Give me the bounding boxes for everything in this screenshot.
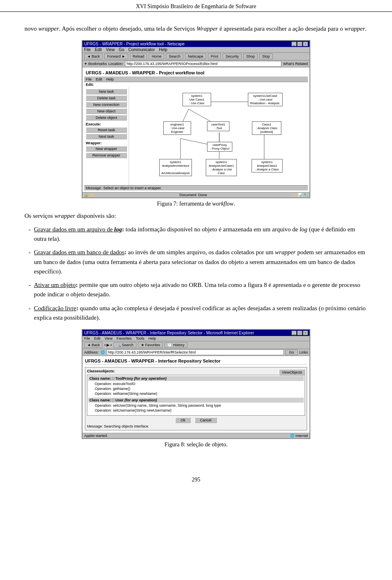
back-btn[interactable]: ◄ Back — [84, 54, 102, 59]
delete-object-btn[interactable]: Delete object — [86, 115, 127, 121]
menu2-help[interactable]: Help — [148, 336, 156, 340]
colon2: : — [125, 249, 127, 255]
app-menu-edit[interactable]: Edit — [96, 77, 102, 81]
netscape-btn[interactable]: Netscape — [185, 54, 206, 59]
remove-wrapper-btn[interactable]: Remove wrapper — [86, 152, 127, 158]
print-btn[interactable]: Print — [208, 54, 221, 59]
uml-node-class1: Class1 : Analysis Class [outlined] — [252, 121, 281, 135]
page-footer: 295 — [0, 477, 392, 487]
favorites-btn-fig8[interactable]: ★ Favorites — [138, 342, 163, 348]
browser-location-bar: ✦ Bookmarks Location: http://200.176.43.… — [82, 60, 310, 67]
go-btn-fig8[interactable]: Go — [285, 349, 298, 355]
new-connection-btn[interactable]: New connection — [86, 102, 127, 107]
maximize-btn[interactable]: □ — [297, 42, 302, 46]
class1-name: Class name: □ — [89, 376, 115, 381]
search-btn-fig8[interactable]: 🔍 Search — [114, 342, 136, 348]
whats-related[interactable]: What's Related — [283, 62, 308, 66]
security-btn[interactable]: Security — [223, 54, 242, 59]
address-input-fig8[interactable]: http://200.176.43.195/WRAPPER/InterfRSel… — [107, 349, 284, 355]
history-btn-fig8[interactable]: 🕐 History — [165, 342, 187, 348]
menu2-file[interactable]: File — [84, 336, 90, 340]
app-menubar-fig7: File Edit Help — [84, 77, 308, 82]
menu-edit[interactable]: Edit — [95, 47, 102, 52]
menu2-favorites[interactable]: Favorites — [116, 336, 131, 340]
gravar-banco-underline: Gravar dados em um banco de dados — [34, 249, 125, 255]
browser-menubar-fig8: File Edit View Favorites Tools Help — [82, 336, 310, 341]
menu2-view[interactable]: View — [105, 336, 112, 340]
class1-val: ToolProxy — [115, 376, 133, 381]
next-task-btn[interactable]: Next task — [86, 134, 127, 139]
figure7-container: UFRGS - WRAPPER - Project workflow tool … — [24, 40, 368, 207]
shop-btn[interactable]: Shop — [243, 54, 258, 59]
classes-label: Classesobjects: — [87, 369, 305, 373]
execute-label: Execute: — [86, 122, 127, 126]
minimize-btn-fig8[interactable]: _ — [292, 331, 296, 335]
status-text: Document: Done — [179, 193, 207, 197]
colon3: : — [76, 282, 78, 288]
delete-task-btn[interactable]: Delete task — [86, 95, 127, 101]
class2-name: Class name: □ — [89, 398, 115, 402]
reload-btn[interactable]: Reload — [130, 54, 147, 59]
menu-file[interactable]: File — [84, 47, 91, 52]
forward-btn[interactable]: Forward ► — [104, 54, 128, 59]
back-btn-fig8[interactable]: ◄ Back — [84, 342, 102, 348]
dash4: - — [29, 304, 31, 313]
bullet-item-codificacao: - Codificação livre: quando uma ação com… — [29, 304, 368, 323]
address-icon: 🌐 — [100, 350, 105, 354]
message-label: Message: — [86, 186, 102, 190]
minimize-btn[interactable]: _ — [292, 42, 296, 46]
app-title-fig8: UFRGS - AMADEUS - WRAPPER - Interface Re… — [85, 358, 307, 365]
uml-node-caseproxy: caseProxy : Proxy Object — [207, 142, 232, 152]
close-btn[interactable]: × — [303, 42, 308, 46]
maximize-btn-fig8[interactable]: □ — [297, 331, 302, 335]
menu2-edit[interactable]: Edit — [94, 336, 101, 340]
op5: Operation: setUsername(String newUsernam… — [88, 408, 304, 413]
fig7-caption-italic: workflow — [212, 201, 234, 207]
stop-btn[interactable]: Stop — [259, 54, 273, 59]
colon1: : — [122, 226, 124, 233]
browser-address-bar-fig8: Address: 🌐 http://200.176.43.195/WRAPPER… — [82, 349, 310, 356]
location-input[interactable]: http://200.176.43.195/WRAPPER/IOProcess/… — [125, 61, 281, 67]
repo-list: Class name: □ ToolProxy (for any operati… — [87, 375, 305, 416]
close-btn-fig8[interactable]: × — [303, 331, 308, 335]
new-wrapper-btn[interactable]: New wrapper — [86, 146, 127, 152]
menu-communicator[interactable]: Communicator — [128, 47, 155, 52]
colon4: : — [76, 305, 78, 311]
browser-menubar-fig7: File Edit View Go Communicator Help — [82, 47, 310, 53]
new-task-btn[interactable]: New task — [86, 89, 127, 94]
home-btn[interactable]: Home — [149, 54, 164, 59]
class2-header: Class name: □ User (for any operation) — [88, 398, 304, 403]
bookmarks-label: ✦ Bookmarks — [84, 62, 107, 66]
cancel-btn-fig8[interactable]: Cancel — [195, 417, 217, 423]
fig8-caption-text: Figura 8: seleção de objeto. — [165, 441, 227, 448]
view-objects-btn[interactable]: ViewObjects — [279, 369, 305, 376]
ativar-underline: Ativar um objeto — [34, 282, 76, 288]
uml-node-system1usecase2: system1 AnalyzeUseCase1 : Analyze a Use … — [206, 159, 237, 176]
menu2-tools[interactable]: Tools — [136, 336, 144, 340]
bullet-content-banco: Gravar dados em um banco de dados: ao in… — [34, 248, 368, 276]
dash2: - — [29, 248, 31, 257]
menu-view[interactable]: View — [106, 47, 115, 52]
ok-btn-fig8[interactable]: Ok — [175, 417, 191, 423]
menu-go[interactable]: Go — [119, 47, 124, 52]
uml-node-casetool1: caseTool1 : Tool — [207, 121, 229, 131]
links-label: Links — [299, 350, 308, 354]
menu-help[interactable]: Help — [159, 47, 167, 52]
search-btn[interactable]: Search — [166, 54, 183, 59]
new-object-btn[interactable]: New object — [86, 108, 127, 114]
intro-text4: . — [365, 25, 367, 32]
reset-task-btn[interactable]: Reset task — [86, 127, 127, 133]
location-label: Location: — [109, 62, 124, 66]
browser-titlebar-fig7: UFRGS - WRAPPER - Project workflow tool … — [82, 41, 310, 47]
services-italic: wrapper — [54, 213, 75, 219]
header-title: XVI Simpósio Brasileiro de Engenharia de… — [136, 3, 256, 9]
browser-statusbar-fig7: 🔒 ⚡ Document: Done ⚡ 📊 🔧 — [82, 192, 310, 197]
op1: Operation: executeToolO — [88, 381, 304, 386]
bullet-content-ativar: Ativar um objeto: permite que um outro o… — [34, 280, 368, 300]
app-menu-help[interactable]: Help — [106, 77, 114, 81]
app-sidebar-fig7: New task Delete task New connection New … — [84, 87, 129, 185]
intro-paragraph: novo wrapper. Após escolher o objeto des… — [24, 24, 368, 34]
app-menu-file[interactable]: File — [86, 77, 92, 81]
browser-window-fig8: UFRGS - AMADEUS - WRAPPER - Interface Re… — [82, 329, 310, 439]
bullet-list: - Gravar dados em um arquivo de log: tod… — [29, 225, 368, 322]
